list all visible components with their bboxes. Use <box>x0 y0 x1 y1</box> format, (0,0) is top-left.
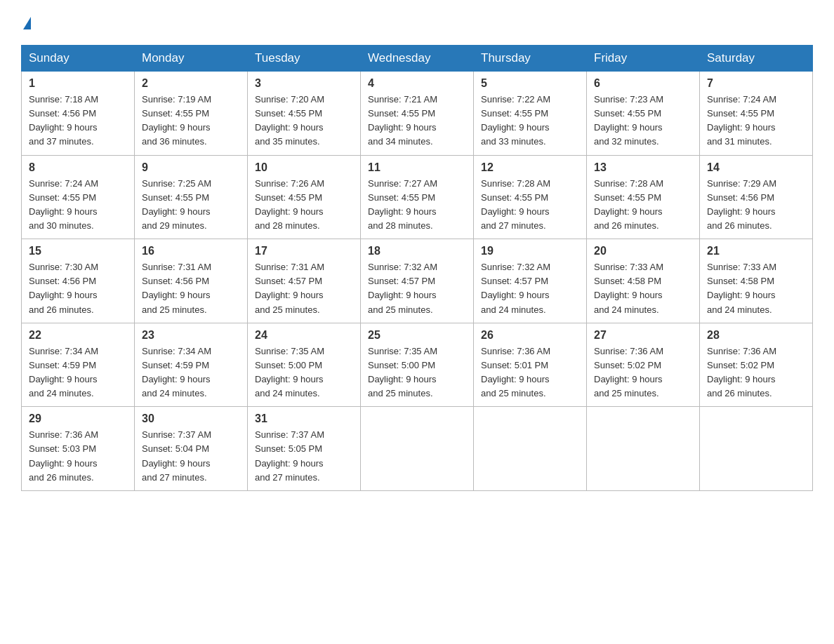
day-number: 12 <box>481 161 579 174</box>
logo <box>21 17 31 32</box>
calendar-day-cell: 22Sunrise: 7:34 AMSunset: 4:59 PMDayligh… <box>22 323 135 407</box>
calendar-day-cell: 6Sunrise: 7:23 AMSunset: 4:55 PMDaylight… <box>587 72 700 156</box>
calendar-week-row: 8Sunrise: 7:24 AMSunset: 4:55 PMDaylight… <box>22 155 813 239</box>
calendar-day-cell <box>361 407 474 491</box>
day-number: 5 <box>481 77 579 90</box>
day-number: 27 <box>594 329 692 342</box>
day-number: 16 <box>142 245 240 257</box>
day-info: Sunrise: 7:23 AMSunset: 4:55 PMDaylight:… <box>594 93 692 149</box>
day-info: Sunrise: 7:34 AMSunset: 4:59 PMDaylight:… <box>29 344 127 401</box>
day-number: 20 <box>594 245 692 257</box>
calendar-day-cell: 20Sunrise: 7:33 AMSunset: 4:58 PMDayligh… <box>587 239 700 323</box>
day-info: Sunrise: 7:36 AMSunset: 5:02 PMDaylight:… <box>707 344 805 401</box>
calendar-day-cell: 19Sunrise: 7:32 AMSunset: 4:57 PMDayligh… <box>474 239 587 323</box>
day-info: Sunrise: 7:20 AMSunset: 4:55 PMDaylight:… <box>255 93 353 149</box>
day-info: Sunrise: 7:32 AMSunset: 4:57 PMDaylight:… <box>368 260 466 317</box>
day-number: 9 <box>142 161 240 174</box>
day-number: 13 <box>594 161 692 174</box>
calendar-day-cell: 30Sunrise: 7:37 AMSunset: 5:04 PMDayligh… <box>135 407 248 491</box>
day-number: 18 <box>368 245 466 257</box>
day-info: Sunrise: 7:37 AMSunset: 5:05 PMDaylight:… <box>255 428 353 485</box>
day-number: 6 <box>594 77 692 90</box>
calendar-day-cell: 7Sunrise: 7:24 AMSunset: 4:55 PMDaylight… <box>700 72 813 156</box>
day-info: Sunrise: 7:28 AMSunset: 4:55 PMDaylight:… <box>594 177 692 234</box>
day-number: 21 <box>707 245 805 257</box>
calendar-day-cell: 4Sunrise: 7:21 AMSunset: 4:55 PMDaylight… <box>361 72 474 156</box>
weekday-header-monday: Monday <box>135 46 248 72</box>
calendar-day-cell: 18Sunrise: 7:32 AMSunset: 4:57 PMDayligh… <box>361 239 474 323</box>
day-info: Sunrise: 7:22 AMSunset: 4:55 PMDaylight:… <box>481 93 579 149</box>
day-number: 7 <box>707 77 805 90</box>
day-info: Sunrise: 7:35 AMSunset: 5:00 PMDaylight:… <box>368 344 466 401</box>
calendar-week-row: 1Sunrise: 7:18 AMSunset: 4:56 PMDaylight… <box>22 72 813 156</box>
day-number: 31 <box>255 412 353 425</box>
day-info: Sunrise: 7:27 AMSunset: 4:55 PMDaylight:… <box>368 177 466 234</box>
day-info: Sunrise: 7:26 AMSunset: 4:55 PMDaylight:… <box>255 177 353 234</box>
calendar-day-cell: 29Sunrise: 7:36 AMSunset: 5:03 PMDayligh… <box>22 407 135 491</box>
day-info: Sunrise: 7:24 AMSunset: 4:55 PMDaylight:… <box>707 93 805 149</box>
weekday-header-saturday: Saturday <box>700 46 813 72</box>
day-number: 8 <box>29 161 127 174</box>
day-info: Sunrise: 7:34 AMSunset: 4:59 PMDaylight:… <box>142 344 240 401</box>
calendar-day-cell: 24Sunrise: 7:35 AMSunset: 5:00 PMDayligh… <box>248 323 361 407</box>
day-info: Sunrise: 7:32 AMSunset: 4:57 PMDaylight:… <box>481 260 579 317</box>
calendar-day-cell: 17Sunrise: 7:31 AMSunset: 4:57 PMDayligh… <box>248 239 361 323</box>
weekday-header-wednesday: Wednesday <box>361 46 474 72</box>
day-info: Sunrise: 7:35 AMSunset: 5:00 PMDaylight:… <box>255 344 353 401</box>
day-number: 26 <box>481 329 579 342</box>
calendar-day-cell: 12Sunrise: 7:28 AMSunset: 4:55 PMDayligh… <box>474 155 587 239</box>
calendar-day-cell: 8Sunrise: 7:24 AMSunset: 4:55 PMDaylight… <box>22 155 135 239</box>
day-info: Sunrise: 7:36 AMSunset: 5:03 PMDaylight:… <box>29 428 127 485</box>
calendar-day-cell <box>587 407 700 491</box>
day-number: 4 <box>368 77 466 90</box>
calendar-day-cell <box>700 407 813 491</box>
calendar-week-row: 15Sunrise: 7:30 AMSunset: 4:56 PMDayligh… <box>22 239 813 323</box>
calendar-day-cell: 15Sunrise: 7:30 AMSunset: 4:56 PMDayligh… <box>22 239 135 323</box>
day-number: 3 <box>255 77 353 90</box>
calendar-week-row: 22Sunrise: 7:34 AMSunset: 4:59 PMDayligh… <box>22 323 813 407</box>
calendar-day-cell: 16Sunrise: 7:31 AMSunset: 4:56 PMDayligh… <box>135 239 248 323</box>
day-info: Sunrise: 7:31 AMSunset: 4:56 PMDaylight:… <box>142 260 240 317</box>
day-number: 14 <box>707 161 805 174</box>
weekday-header-tuesday: Tuesday <box>248 46 361 72</box>
day-number: 24 <box>255 329 353 342</box>
day-info: Sunrise: 7:36 AMSunset: 5:01 PMDaylight:… <box>481 344 579 401</box>
day-number: 28 <box>707 329 805 342</box>
page-header <box>21 17 813 32</box>
calendar-day-cell: 10Sunrise: 7:26 AMSunset: 4:55 PMDayligh… <box>248 155 361 239</box>
day-number: 1 <box>29 77 127 90</box>
calendar-day-cell: 23Sunrise: 7:34 AMSunset: 4:59 PMDayligh… <box>135 323 248 407</box>
calendar-day-cell: 1Sunrise: 7:18 AMSunset: 4:56 PMDaylight… <box>22 72 135 156</box>
calendar-header-row: SundayMondayTuesdayWednesdayThursdayFrid… <box>22 46 813 72</box>
calendar-day-cell: 13Sunrise: 7:28 AMSunset: 4:55 PMDayligh… <box>587 155 700 239</box>
day-info: Sunrise: 7:30 AMSunset: 4:56 PMDaylight:… <box>29 260 127 317</box>
day-info: Sunrise: 7:25 AMSunset: 4:55 PMDaylight:… <box>142 177 240 234</box>
calendar-day-cell: 21Sunrise: 7:33 AMSunset: 4:58 PMDayligh… <box>700 239 813 323</box>
calendar-table: SundayMondayTuesdayWednesdayThursdayFrid… <box>21 45 813 491</box>
day-number: 11 <box>368 161 466 174</box>
calendar-day-cell: 5Sunrise: 7:22 AMSunset: 4:55 PMDaylight… <box>474 72 587 156</box>
day-info: Sunrise: 7:19 AMSunset: 4:55 PMDaylight:… <box>142 93 240 149</box>
day-info: Sunrise: 7:24 AMSunset: 4:55 PMDaylight:… <box>29 177 127 234</box>
day-info: Sunrise: 7:28 AMSunset: 4:55 PMDaylight:… <box>481 177 579 234</box>
calendar-day-cell: 26Sunrise: 7:36 AMSunset: 5:01 PMDayligh… <box>474 323 587 407</box>
day-number: 25 <box>368 329 466 342</box>
day-info: Sunrise: 7:36 AMSunset: 5:02 PMDaylight:… <box>594 344 692 401</box>
logo-triangle-icon <box>23 17 31 29</box>
day-info: Sunrise: 7:29 AMSunset: 4:56 PMDaylight:… <box>707 177 805 234</box>
day-number: 23 <box>142 329 240 342</box>
day-number: 29 <box>29 412 127 425</box>
day-number: 10 <box>255 161 353 174</box>
weekday-header-sunday: Sunday <box>22 46 135 72</box>
calendar-day-cell: 2Sunrise: 7:19 AMSunset: 4:55 PMDaylight… <box>135 72 248 156</box>
day-info: Sunrise: 7:33 AMSunset: 4:58 PMDaylight:… <box>594 260 692 317</box>
calendar-day-cell: 11Sunrise: 7:27 AMSunset: 4:55 PMDayligh… <box>361 155 474 239</box>
weekday-header-thursday: Thursday <box>474 46 587 72</box>
day-number: 17 <box>255 245 353 257</box>
calendar-day-cell <box>474 407 587 491</box>
calendar-day-cell: 25Sunrise: 7:35 AMSunset: 5:00 PMDayligh… <box>361 323 474 407</box>
calendar-day-cell: 28Sunrise: 7:36 AMSunset: 5:02 PMDayligh… <box>700 323 813 407</box>
calendar-day-cell: 3Sunrise: 7:20 AMSunset: 4:55 PMDaylight… <box>248 72 361 156</box>
day-info: Sunrise: 7:33 AMSunset: 4:58 PMDaylight:… <box>707 260 805 317</box>
day-number: 22 <box>29 329 127 342</box>
